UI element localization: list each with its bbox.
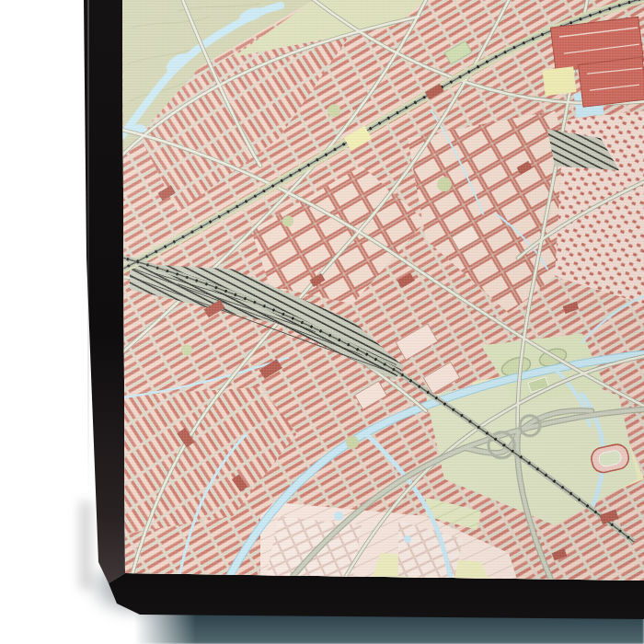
pond (404, 535, 411, 543)
green-space (181, 345, 192, 356)
green-space (346, 436, 359, 449)
canvas-left-edge-highlight (87, 0, 89, 552)
mockup-scene (0, 0, 644, 644)
pond (334, 512, 343, 521)
topographic-map (122, 0, 644, 582)
green-space (282, 215, 293, 226)
green-space (437, 177, 452, 191)
green-space (328, 104, 340, 117)
building (578, 57, 644, 107)
yellow-patch (542, 66, 576, 96)
canvas-print-face (122, 0, 644, 582)
